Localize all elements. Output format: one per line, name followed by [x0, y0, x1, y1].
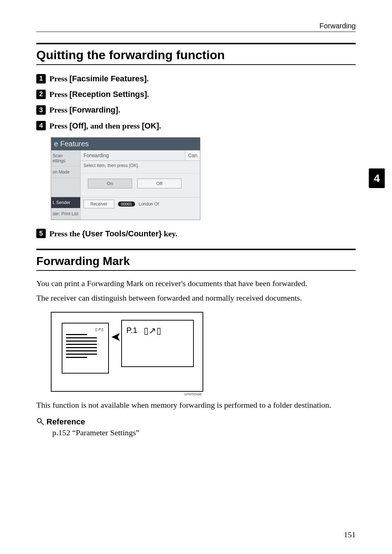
diagram-received-doc: ▯↗▯ [62, 323, 109, 374]
reference-heading: Reference [36, 417, 356, 427]
step-number-icon: 5 [36, 229, 46, 238]
paragraph: You can print a Forwarding Mark on recei… [36, 278, 356, 289]
heading-rule-thin [36, 270, 356, 271]
tab-scan-settings[interactable]: Scan ettings [51, 150, 80, 167]
left-brace-icon: { [82, 229, 85, 238]
forward-mark-icon: ▯↗▯ [144, 326, 162, 336]
receiver-name: London Of [139, 201, 159, 207]
tab-label: ettings [53, 158, 65, 163]
step-3: 3 Press [Forwarding]. [36, 103, 356, 116]
paragraph: The receiver can distinguish between for… [36, 293, 356, 304]
off-button[interactable]: Off [137, 179, 181, 188]
cancel-button[interactable]: Can [185, 150, 200, 160]
right-brace-icon: } [159, 229, 162, 238]
running-head: Forwarding [36, 22, 356, 32]
receiver-id-badge: 00001 [118, 201, 135, 207]
ui-key: [Off] [69, 121, 86, 130]
ui-key: [Reception Settings] [69, 90, 147, 99]
reference-label: Reference [46, 417, 85, 426]
chapter-side-tab: 4 [369, 168, 385, 188]
heading-rule-thick [36, 249, 356, 250]
ui-key: [Facsimile Features] [69, 74, 147, 83]
step-4: 4 Press [Off], and then press [OK]. [36, 119, 356, 132]
step-number-icon: 1 [36, 74, 46, 83]
step-number-icon: 4 [36, 121, 46, 130]
section2-title: Forwarding Mark [36, 254, 356, 268]
zoom-arrow-icon: ➤ [111, 329, 121, 344]
diagram-code: GFMTEN0E [51, 392, 203, 396]
svg-point-0 [37, 419, 41, 423]
ui-key: [Forwarding] [69, 105, 118, 114]
screenshot-left-tabs: Scan ettings on Mode t. Sender der: Prin… [51, 150, 81, 220]
device-screenshot: e Features Scan ettings on Mode t. Sende… [51, 137, 200, 220]
step-text: Press [49, 105, 69, 114]
step-text: Press [49, 121, 69, 130]
on-button[interactable]: On [88, 179, 132, 188]
reference-link: p.152 “Parameter Settings” [52, 428, 356, 437]
forward-mark-icon: ▯↗▯ [66, 327, 105, 332]
heading-rule-thin [36, 64, 356, 65]
forwarding-mark-diagram: ▯↗▯ ➤ P.1 ▯↗▯ GFMTEN0E [51, 312, 203, 396]
step-5: 5 Press the {User Tools/Counter} key. [36, 227, 356, 240]
reference-icon [36, 417, 44, 425]
step-text: Press [49, 74, 69, 83]
step-text: , and then press [86, 121, 142, 130]
svg-line-1 [41, 422, 44, 425]
heading-rule-thick [36, 43, 356, 44]
step-text: . [147, 74, 149, 83]
panel-title: Forwarding [81, 150, 185, 160]
step-text: . [118, 105, 121, 114]
tab-label: Scan [53, 153, 62, 158]
tab-sender[interactable]: t. Sender [51, 197, 80, 208]
receiver-button[interactable]: Receiver [83, 200, 114, 208]
step-text: . [147, 90, 149, 99]
section1-title: Quitting the forwarding function [36, 48, 356, 62]
diagram-zoomed-header: P.1 ▯↗▯ [121, 320, 194, 367]
screenshot-titlebar: e Features [51, 138, 200, 150]
step-text: Press the [49, 229, 82, 238]
tab-on-mode[interactable]: on Mode [51, 167, 80, 178]
page-number: 151 [344, 530, 356, 539]
ui-key: [OK] [142, 121, 159, 130]
step-1: 1 Press [Facsimile Features]. [36, 72, 356, 85]
hardware-key: User Tools/Counter [85, 227, 159, 240]
step-2: 2 Press [Reception Settings]. [36, 88, 356, 101]
tab-print-list[interactable]: der: Print List [51, 208, 80, 220]
diagram-page-label: P.1 [126, 326, 137, 335]
step-text: Press [49, 90, 69, 99]
panel-desc: Select item, then press [OK]. [81, 161, 200, 174]
step-text: key. [162, 229, 177, 238]
step-number-icon: 3 [36, 105, 46, 115]
step-text: . [159, 121, 161, 130]
paragraph: This function is not available when memo… [36, 400, 356, 411]
step-number-icon: 2 [36, 90, 46, 99]
